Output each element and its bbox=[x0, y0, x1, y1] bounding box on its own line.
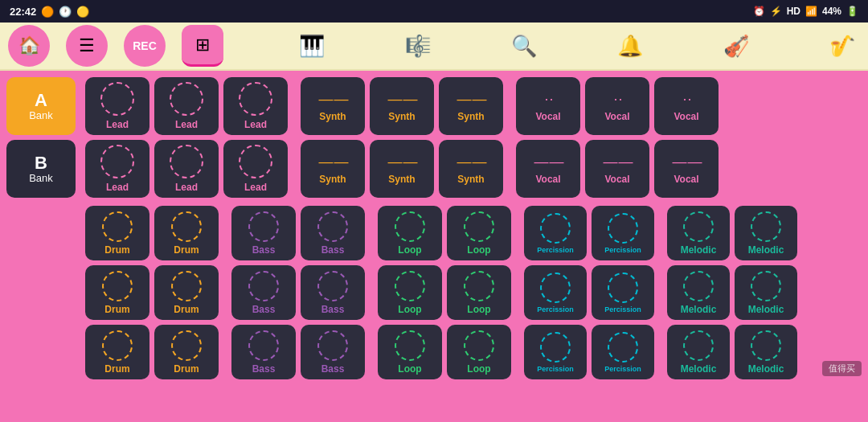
top-nav: 🏠 ☰ REC ⊞ 🎹 🎼 🔍 🔔 🎻 🎷 bbox=[0, 23, 868, 71]
bass-pad-3[interactable]: Bass bbox=[231, 265, 296, 320]
melodic-pad-3[interactable]: Melodic bbox=[667, 265, 730, 320]
loop-pad-5[interactable]: Loop bbox=[378, 325, 442, 379]
synth-pad-6[interactable]: — —Synth bbox=[439, 140, 503, 198]
vocal-pad-1[interactable]: · ·Vocal bbox=[516, 77, 580, 135]
bank-b-button[interactable]: B Bank bbox=[6, 140, 76, 198]
home-button[interactable]: 🏠 bbox=[8, 25, 50, 67]
signal-icon: 📶 bbox=[805, 6, 817, 17]
status-left: 22:42 🟠 🕐 🟡 bbox=[10, 6, 89, 18]
bank-b-label: Bank bbox=[29, 173, 53, 184]
drum-pad-4[interactable]: Drum bbox=[154, 265, 219, 320]
loop-pad-4[interactable]: Loop bbox=[447, 265, 511, 320]
hd-label: HD bbox=[787, 6, 800, 17]
rec-button[interactable]: REC bbox=[124, 25, 166, 67]
lead-pad-3[interactable]: Lead bbox=[223, 77, 288, 135]
bass-group: Bass Bass Bass Bass Bass Bass bbox=[231, 206, 365, 379]
battery-icon: 🔋 bbox=[846, 6, 858, 17]
emoji3: 🟡 bbox=[76, 6, 89, 18]
percussion-pad-4[interactable]: Percission bbox=[592, 265, 654, 320]
bank-b-letter: B bbox=[35, 154, 47, 173]
drum-pad-1[interactable]: Drum bbox=[85, 206, 149, 260]
bank-a-letter: A bbox=[35, 91, 47, 110]
loop-pad-2[interactable]: Loop bbox=[447, 206, 511, 260]
sax-icon[interactable]: 🎷 bbox=[825, 29, 860, 64]
synth-pad-1[interactable]: — —Synth bbox=[301, 77, 365, 135]
percussion-pad-6[interactable]: Percission bbox=[592, 325, 654, 379]
emoji1: 🟠 bbox=[41, 6, 54, 18]
percussion-pad-1[interactable]: Percission bbox=[524, 206, 587, 260]
melodic-pad-5[interactable]: Melodic bbox=[667, 325, 730, 379]
bass-pad-1[interactable]: Bass bbox=[231, 206, 296, 260]
bottom-groups: Drum Drum Drum Drum Drum Drum Bass Bass … bbox=[6, 206, 862, 379]
violin-icon[interactable]: 🎻 bbox=[719, 29, 754, 64]
percussion-group: Percission Percission Percission Perciss… bbox=[524, 206, 654, 379]
synth-row-1: — —Synth — —Synth — —Synth bbox=[301, 77, 503, 135]
piano-icon[interactable]: 🎹 bbox=[294, 29, 330, 64]
percussion-pad-2[interactable]: Percission bbox=[592, 206, 654, 260]
vocal-pad-2[interactable]: · ·Vocal bbox=[585, 77, 649, 135]
lead-row-2: Lead Lead Lead bbox=[85, 140, 288, 198]
bank-a-button[interactable]: A Bank bbox=[6, 77, 76, 135]
vocal-row-1: · ·Vocal · ·Vocal · ·Vocal bbox=[516, 77, 719, 135]
grid-button[interactable]: ⊞ bbox=[182, 25, 223, 67]
melodic-pad-1[interactable]: Melodic bbox=[667, 206, 730, 260]
bass-pad-6[interactable]: Bass bbox=[301, 325, 365, 379]
lead-pad-5[interactable]: Lead bbox=[154, 140, 219, 198]
melodic-pad-6[interactable]: Melodic bbox=[735, 325, 797, 379]
lead-pad-1[interactable]: Lead bbox=[85, 77, 149, 135]
vocal-pad-3[interactable]: · ·Vocal bbox=[654, 77, 719, 135]
loop-pad-3[interactable]: Loop bbox=[378, 265, 442, 320]
drum-pad-5[interactable]: Drum bbox=[85, 325, 149, 379]
vocal-pad-4[interactable]: — —Vocal bbox=[516, 140, 580, 198]
lead-row-1: Lead Lead Lead bbox=[85, 77, 288, 135]
lead-pad-4[interactable]: Lead bbox=[85, 140, 149, 198]
bass-pad-2[interactable]: Bass bbox=[301, 206, 365, 260]
loop-pad-6[interactable]: Loop bbox=[447, 325, 511, 379]
vocal-pad-6[interactable]: — —Vocal bbox=[654, 140, 719, 198]
alarm-icon: ⏰ bbox=[753, 6, 765, 17]
time: 22:42 bbox=[10, 6, 36, 18]
bass-pad-5[interactable]: Bass bbox=[231, 325, 296, 379]
status-right: ⏰ ⚡ HD 📶 44% 🔋 bbox=[753, 6, 858, 17]
loop-group: Loop Loop Loop Loop Loop Loop bbox=[378, 206, 511, 379]
battery-label: 44% bbox=[822, 6, 841, 17]
bank-a-label: Bank bbox=[29, 110, 53, 121]
synth-pad-2[interactable]: — —Synth bbox=[370, 77, 434, 135]
bell-icon[interactable]: 🔔 bbox=[612, 29, 648, 64]
synth-pad-5[interactable]: — —Synth bbox=[370, 140, 434, 198]
drum-pad-2[interactable]: Drum bbox=[154, 206, 219, 260]
lead-pad-2[interactable]: Lead bbox=[154, 77, 219, 135]
melodic-group: Melodic Melodic Melodic Melodic Melodic … bbox=[667, 206, 797, 379]
vocal-pad-5[interactable]: — —Vocal bbox=[585, 140, 649, 198]
synth-row-2: — —Synth — —Synth — —Synth bbox=[301, 140, 503, 198]
melodic-pad-4[interactable]: Melodic bbox=[735, 265, 797, 320]
bluetooth-icon: ⚡ bbox=[770, 6, 782, 17]
xylophone-icon[interactable]: 🎼 bbox=[400, 29, 436, 64]
drum-pad-6[interactable]: Drum bbox=[154, 325, 219, 379]
emoji2: 🕐 bbox=[59, 6, 72, 18]
status-bar: 22:42 🟠 🕐 🟡 ⏰ ⚡ HD 📶 44% 🔋 bbox=[0, 0, 868, 23]
bass-pad-4[interactable]: Bass bbox=[301, 265, 365, 320]
synth-pad-3[interactable]: — —Synth bbox=[439, 77, 503, 135]
melodic-pad-2[interactable]: Melodic bbox=[735, 206, 797, 260]
vocal-row-2: — —Vocal — —Vocal — —Vocal bbox=[516, 140, 719, 198]
percussion-pad-5[interactable]: Percission bbox=[524, 325, 587, 379]
drum-group: Drum Drum Drum Drum Drum Drum bbox=[85, 206, 219, 379]
lead-pad-6[interactable]: Lead bbox=[223, 140, 288, 198]
loop-pad-1[interactable]: Loop bbox=[378, 206, 442, 260]
drum-pad-3[interactable]: Drum bbox=[85, 265, 149, 320]
synth-pad-4[interactable]: — —Synth bbox=[301, 140, 365, 198]
watermark: 值得买 bbox=[822, 361, 862, 376]
percussion-pad-3[interactable]: Percission bbox=[524, 265, 587, 320]
list-button[interactable]: ☰ bbox=[66, 25, 108, 67]
search-icon[interactable]: 🔍 bbox=[506, 29, 542, 64]
